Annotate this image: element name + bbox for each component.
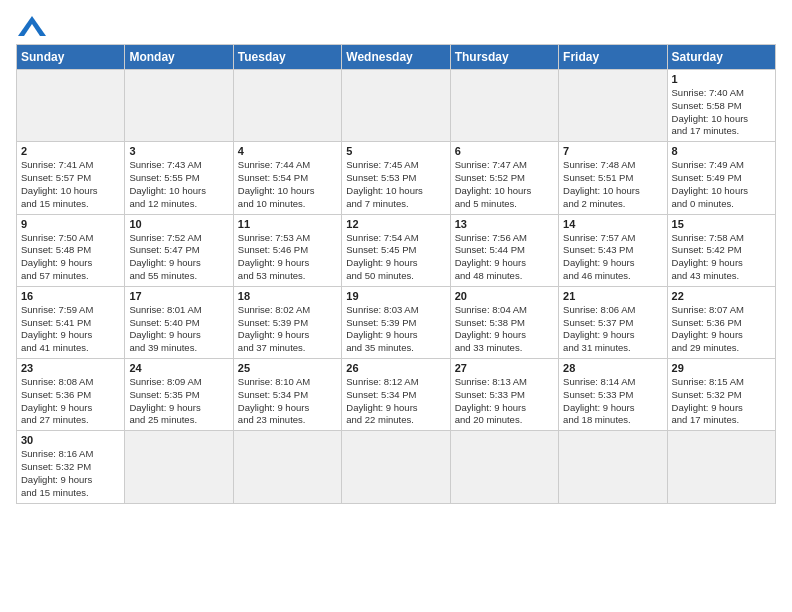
calendar-cell: 29Sunrise: 8:15 AM Sunset: 5:32 PM Dayli… (667, 359, 775, 431)
calendar-cell (342, 70, 450, 142)
calendar-cell: 8Sunrise: 7:49 AM Sunset: 5:49 PM Daylig… (667, 142, 775, 214)
day-number: 24 (129, 362, 228, 374)
day-number: 15 (672, 218, 771, 230)
day-info: Sunrise: 8:15 AM Sunset: 5:32 PM Dayligh… (672, 376, 771, 427)
day-number: 27 (455, 362, 554, 374)
day-number: 6 (455, 145, 554, 157)
calendar-cell: 1Sunrise: 7:40 AM Sunset: 5:58 PM Daylig… (667, 70, 775, 142)
weekday-header-friday: Friday (559, 45, 667, 70)
calendar-cell (667, 431, 775, 503)
day-info: Sunrise: 8:16 AM Sunset: 5:32 PM Dayligh… (21, 448, 120, 499)
day-info: Sunrise: 7:53 AM Sunset: 5:46 PM Dayligh… (238, 232, 337, 283)
day-number: 5 (346, 145, 445, 157)
calendar-table: SundayMondayTuesdayWednesdayThursdayFrid… (16, 44, 776, 504)
day-info: Sunrise: 7:44 AM Sunset: 5:54 PM Dayligh… (238, 159, 337, 210)
calendar-cell: 27Sunrise: 8:13 AM Sunset: 5:33 PM Dayli… (450, 359, 558, 431)
day-number: 1 (672, 73, 771, 85)
calendar-cell: 7Sunrise: 7:48 AM Sunset: 5:51 PM Daylig… (559, 142, 667, 214)
day-number: 3 (129, 145, 228, 157)
day-info: Sunrise: 7:45 AM Sunset: 5:53 PM Dayligh… (346, 159, 445, 210)
day-number: 4 (238, 145, 337, 157)
day-info: Sunrise: 7:43 AM Sunset: 5:55 PM Dayligh… (129, 159, 228, 210)
day-number: 11 (238, 218, 337, 230)
day-info: Sunrise: 8:04 AM Sunset: 5:38 PM Dayligh… (455, 304, 554, 355)
day-number: 23 (21, 362, 120, 374)
day-info: Sunrise: 8:03 AM Sunset: 5:39 PM Dayligh… (346, 304, 445, 355)
calendar-cell: 30Sunrise: 8:16 AM Sunset: 5:32 PM Dayli… (17, 431, 125, 503)
header (16, 16, 776, 36)
day-info: Sunrise: 8:14 AM Sunset: 5:33 PM Dayligh… (563, 376, 662, 427)
day-number: 13 (455, 218, 554, 230)
day-number: 19 (346, 290, 445, 302)
day-number: 30 (21, 434, 120, 446)
day-info: Sunrise: 7:48 AM Sunset: 5:51 PM Dayligh… (563, 159, 662, 210)
calendar-cell: 26Sunrise: 8:12 AM Sunset: 5:34 PM Dayli… (342, 359, 450, 431)
day-info: Sunrise: 8:01 AM Sunset: 5:40 PM Dayligh… (129, 304, 228, 355)
calendar-cell: 2Sunrise: 7:41 AM Sunset: 5:57 PM Daylig… (17, 142, 125, 214)
calendar-cell: 23Sunrise: 8:08 AM Sunset: 5:36 PM Dayli… (17, 359, 125, 431)
day-info: Sunrise: 7:41 AM Sunset: 5:57 PM Dayligh… (21, 159, 120, 210)
day-number: 2 (21, 145, 120, 157)
day-info: Sunrise: 7:54 AM Sunset: 5:45 PM Dayligh… (346, 232, 445, 283)
page: SundayMondayTuesdayWednesdayThursdayFrid… (0, 0, 792, 512)
calendar-cell (233, 70, 341, 142)
calendar-cell: 3Sunrise: 7:43 AM Sunset: 5:55 PM Daylig… (125, 142, 233, 214)
calendar-cell (125, 70, 233, 142)
day-number: 21 (563, 290, 662, 302)
calendar-cell: 21Sunrise: 8:06 AM Sunset: 5:37 PM Dayli… (559, 286, 667, 358)
calendar-cell (559, 431, 667, 503)
day-number: 20 (455, 290, 554, 302)
calendar-cell (342, 431, 450, 503)
logo-icon (18, 16, 46, 36)
calendar-cell (233, 431, 341, 503)
calendar-cell (125, 431, 233, 503)
calendar-cell: 19Sunrise: 8:03 AM Sunset: 5:39 PM Dayli… (342, 286, 450, 358)
day-info: Sunrise: 8:02 AM Sunset: 5:39 PM Dayligh… (238, 304, 337, 355)
day-number: 26 (346, 362, 445, 374)
calendar-cell (17, 70, 125, 142)
day-number: 17 (129, 290, 228, 302)
calendar-cell: 14Sunrise: 7:57 AM Sunset: 5:43 PM Dayli… (559, 214, 667, 286)
weekday-header-thursday: Thursday (450, 45, 558, 70)
logo (16, 16, 46, 36)
calendar-cell: 20Sunrise: 8:04 AM Sunset: 5:38 PM Dayli… (450, 286, 558, 358)
day-number: 9 (21, 218, 120, 230)
calendar-cell: 15Sunrise: 7:58 AM Sunset: 5:42 PM Dayli… (667, 214, 775, 286)
day-info: Sunrise: 8:08 AM Sunset: 5:36 PM Dayligh… (21, 376, 120, 427)
day-info: Sunrise: 8:07 AM Sunset: 5:36 PM Dayligh… (672, 304, 771, 355)
calendar-cell (450, 70, 558, 142)
day-number: 22 (672, 290, 771, 302)
day-info: Sunrise: 7:47 AM Sunset: 5:52 PM Dayligh… (455, 159, 554, 210)
day-number: 28 (563, 362, 662, 374)
calendar-cell (450, 431, 558, 503)
weekday-header-wednesday: Wednesday (342, 45, 450, 70)
day-number: 29 (672, 362, 771, 374)
weekday-header-monday: Monday (125, 45, 233, 70)
calendar-cell: 4Sunrise: 7:44 AM Sunset: 5:54 PM Daylig… (233, 142, 341, 214)
day-info: Sunrise: 8:10 AM Sunset: 5:34 PM Dayligh… (238, 376, 337, 427)
day-number: 18 (238, 290, 337, 302)
day-info: Sunrise: 7:50 AM Sunset: 5:48 PM Dayligh… (21, 232, 120, 283)
day-info: Sunrise: 8:06 AM Sunset: 5:37 PM Dayligh… (563, 304, 662, 355)
calendar-cell: 6Sunrise: 7:47 AM Sunset: 5:52 PM Daylig… (450, 142, 558, 214)
day-number: 7 (563, 145, 662, 157)
calendar-cell: 28Sunrise: 8:14 AM Sunset: 5:33 PM Dayli… (559, 359, 667, 431)
day-info: Sunrise: 7:56 AM Sunset: 5:44 PM Dayligh… (455, 232, 554, 283)
calendar-cell (559, 70, 667, 142)
weekday-header-sunday: Sunday (17, 45, 125, 70)
day-number: 25 (238, 362, 337, 374)
day-number: 16 (21, 290, 120, 302)
weekday-header-saturday: Saturday (667, 45, 775, 70)
calendar-cell: 12Sunrise: 7:54 AM Sunset: 5:45 PM Dayli… (342, 214, 450, 286)
calendar-cell: 10Sunrise: 7:52 AM Sunset: 5:47 PM Dayli… (125, 214, 233, 286)
day-info: Sunrise: 7:52 AM Sunset: 5:47 PM Dayligh… (129, 232, 228, 283)
day-info: Sunrise: 7:59 AM Sunset: 5:41 PM Dayligh… (21, 304, 120, 355)
day-number: 12 (346, 218, 445, 230)
day-number: 8 (672, 145, 771, 157)
calendar-cell: 13Sunrise: 7:56 AM Sunset: 5:44 PM Dayli… (450, 214, 558, 286)
weekday-header-tuesday: Tuesday (233, 45, 341, 70)
day-info: Sunrise: 7:57 AM Sunset: 5:43 PM Dayligh… (563, 232, 662, 283)
day-info: Sunrise: 7:40 AM Sunset: 5:58 PM Dayligh… (672, 87, 771, 138)
calendar-cell: 18Sunrise: 8:02 AM Sunset: 5:39 PM Dayli… (233, 286, 341, 358)
calendar-cell: 9Sunrise: 7:50 AM Sunset: 5:48 PM Daylig… (17, 214, 125, 286)
